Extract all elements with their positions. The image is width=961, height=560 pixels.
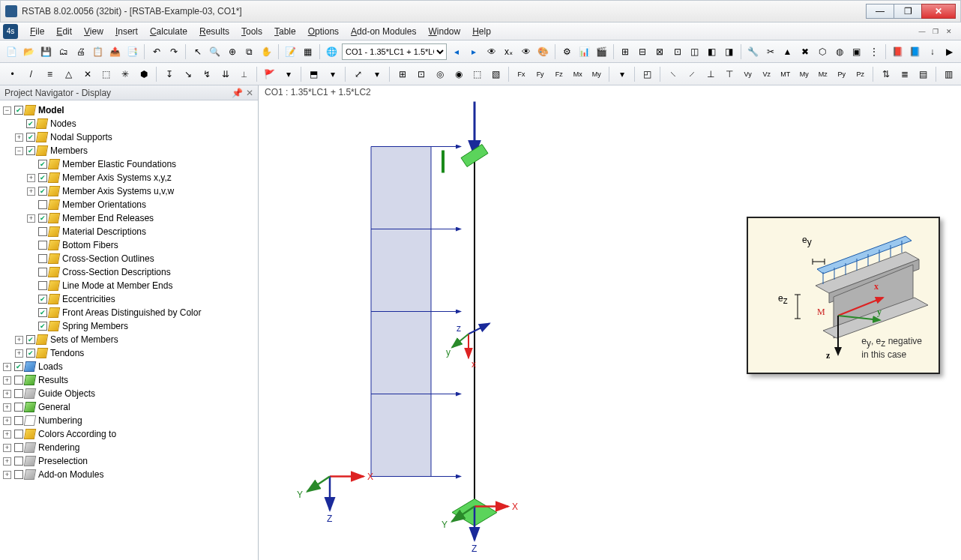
menu-help[interactable]: Help bbox=[466, 24, 497, 39]
v2-icon[interactable]: ⊡ bbox=[413, 66, 429, 82]
checkbox[interactable] bbox=[26, 146, 35, 155]
expand-icon[interactable]: + bbox=[3, 430, 11, 439]
nav-close-icon[interactable]: ✕ bbox=[246, 88, 253, 98]
tt6-icon[interactable]: ⬚ bbox=[98, 66, 114, 82]
menu-tools[interactable]: Tools bbox=[235, 24, 268, 39]
tt3-icon[interactable]: ≡ bbox=[42, 66, 58, 82]
tree-nodes[interactable]: Nodes bbox=[49, 117, 76, 130]
checkbox[interactable] bbox=[26, 335, 35, 344]
anim-icon[interactable]: 🎬 bbox=[594, 43, 609, 60]
t-f-icon[interactable]: ◍ bbox=[832, 43, 846, 60]
t-a-icon[interactable]: 🔧 bbox=[746, 43, 760, 60]
tree-results[interactable]: Results bbox=[37, 373, 68, 387]
tree-colors[interactable]: Colors According to bbox=[37, 427, 116, 441]
tt10-icon[interactable]: ↘ bbox=[180, 66, 196, 82]
expand-icon[interactable]: + bbox=[3, 376, 11, 385]
checkbox[interactable] bbox=[26, 133, 35, 142]
checkbox[interactable] bbox=[14, 362, 23, 371]
tree-mef[interactable]: Member Elastic Foundations bbox=[61, 157, 176, 171]
checkbox[interactable] bbox=[14, 430, 23, 439]
export-icon[interactable]: 📤 bbox=[108, 43, 122, 60]
checkbox[interactable] bbox=[38, 268, 47, 277]
loadcase-select[interactable]: CO1 - 1.35*LC1 + 1.5*LC2 bbox=[342, 43, 447, 60]
flag-icon[interactable]: 🚩 bbox=[262, 66, 277, 82]
expand-icon[interactable]: + bbox=[27, 214, 35, 223]
t-e-icon[interactable]: ⬡ bbox=[815, 43, 829, 60]
tree-bfib[interactable]: Bottom Fibers bbox=[61, 238, 118, 252]
d4-icon[interactable]: ⊤ bbox=[721, 66, 737, 82]
expand-icon[interactable]: + bbox=[3, 390, 11, 398]
tree-ecc[interactable]: Eccentricities bbox=[61, 292, 115, 306]
tt16-icon[interactable]: ⬒ bbox=[306, 66, 322, 82]
zoom-icon[interactable]: 🔍 bbox=[208, 43, 222, 60]
tt19-icon[interactable]: ▾ bbox=[369, 66, 385, 82]
tree-numbering[interactable]: Numbering bbox=[37, 414, 82, 427]
pan-icon[interactable]: ✋ bbox=[259, 43, 274, 60]
checkbox[interactable] bbox=[38, 241, 47, 250]
mdi-minimize-icon[interactable]: — bbox=[916, 26, 928, 37]
tree-lmme[interactable]: Line Mode at Member Ends bbox=[61, 279, 172, 292]
mod1-icon[interactable]: ◫ bbox=[687, 43, 702, 60]
model-viewport[interactable]: CO1 : 1.35*LC1 + 1.5*LC2 bbox=[259, 85, 961, 560]
results-icon[interactable]: 📊 bbox=[577, 43, 591, 60]
v1-icon[interactable]: ⊞ bbox=[394, 66, 410, 82]
v3-icon[interactable]: ◎ bbox=[432, 66, 448, 82]
checkbox[interactable] bbox=[14, 470, 23, 479]
e4-icon[interactable]: ▥ bbox=[941, 66, 957, 82]
xyz-icon[interactable]: xₓ bbox=[501, 43, 516, 60]
menu-view[interactable]: View bbox=[78, 24, 109, 39]
tt13-icon[interactable]: ⟂ bbox=[236, 66, 252, 82]
expand-icon[interactable]: + bbox=[15, 133, 23, 142]
r2-icon[interactable]: 📘 bbox=[908, 43, 922, 60]
save-icon[interactable]: 💾 bbox=[39, 43, 53, 60]
v4-icon[interactable]: ◉ bbox=[451, 66, 466, 82]
grid2-icon[interactable]: ⊟ bbox=[636, 43, 650, 60]
tt8-icon[interactable]: ⬢ bbox=[136, 66, 151, 82]
my-icon[interactable]: My bbox=[588, 66, 604, 82]
py-icon[interactable]: Py bbox=[834, 66, 849, 82]
r4-icon[interactable]: ▶ bbox=[942, 43, 957, 60]
checkbox[interactable] bbox=[14, 403, 23, 412]
menu-calculate[interactable]: Calculate bbox=[144, 24, 193, 39]
checkbox[interactable] bbox=[38, 227, 47, 236]
globe-icon[interactable]: 🌐 bbox=[325, 43, 339, 60]
mz-icon[interactable]: Mz bbox=[815, 66, 831, 82]
mdi-restore-icon[interactable]: ❐ bbox=[930, 26, 942, 37]
checkbox[interactable] bbox=[38, 187, 47, 196]
tree-maxyz[interactable]: Member Axis Systems x,y,z bbox=[61, 171, 172, 184]
grid1-icon[interactable]: ⊞ bbox=[618, 43, 633, 60]
checkbox[interactable] bbox=[14, 457, 23, 466]
mt-icon[interactable]: MT bbox=[777, 66, 793, 82]
mdi-close-icon[interactable]: ✕ bbox=[943, 26, 955, 37]
t-g-icon[interactable]: ▣ bbox=[849, 43, 864, 60]
checkbox[interactable] bbox=[38, 160, 47, 169]
calc-icon[interactable]: ⚙ bbox=[560, 43, 574, 60]
vy-icon[interactable]: Vy bbox=[740, 66, 756, 82]
checkbox[interactable] bbox=[38, 214, 47, 223]
fz-icon[interactable]: Fz bbox=[551, 66, 567, 82]
tree-fadc[interactable]: Front Areas Distinguished by Color bbox=[61, 306, 201, 319]
preview-icon[interactable]: 📋 bbox=[91, 43, 105, 60]
checkbox[interactable] bbox=[14, 416, 23, 425]
redo-icon[interactable]: ↷ bbox=[166, 43, 181, 60]
menu-insert[interactable]: Insert bbox=[109, 24, 144, 39]
copy-icon[interactable]: 📑 bbox=[125, 43, 139, 60]
minimize-button[interactable]: — bbox=[866, 4, 894, 19]
checkbox[interactable] bbox=[38, 322, 47, 331]
t-b-icon[interactable]: ✂ bbox=[763, 43, 777, 60]
tree-addon[interactable]: Add-on Modules bbox=[37, 468, 103, 481]
checkbox[interactable] bbox=[14, 443, 23, 452]
tree-morient[interactable]: Member Orientations bbox=[61, 198, 146, 211]
d3-icon[interactable]: ⊥ bbox=[702, 66, 718, 82]
expand-icon[interactable]: + bbox=[15, 349, 23, 358]
expand-icon[interactable]: + bbox=[3, 457, 11, 466]
tt15-icon[interactable]: ▾ bbox=[280, 66, 296, 82]
tt1-icon[interactable]: • bbox=[4, 66, 20, 82]
expand-icon[interactable]: + bbox=[27, 187, 35, 196]
menu-options[interactable]: Options bbox=[302, 24, 345, 39]
tree-general[interactable]: General bbox=[37, 400, 70, 414]
saveall-icon[interactable]: 🗂 bbox=[56, 43, 70, 60]
r1-icon[interactable]: 📕 bbox=[891, 43, 905, 60]
eye-icon[interactable]: 👁 bbox=[519, 43, 533, 60]
checkbox[interactable] bbox=[38, 281, 47, 290]
